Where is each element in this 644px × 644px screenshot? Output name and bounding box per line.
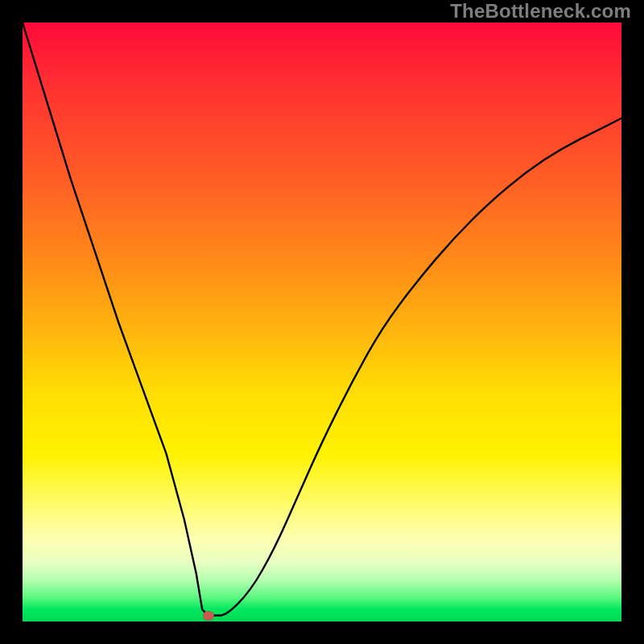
bottleneck-curve [23,23,621,621]
chart-frame: TheBottleneck.com [0,0,644,644]
plot-area [23,23,621,621]
watermark-text: TheBottleneck.com [450,0,631,23]
min-point-marker [203,611,214,621]
